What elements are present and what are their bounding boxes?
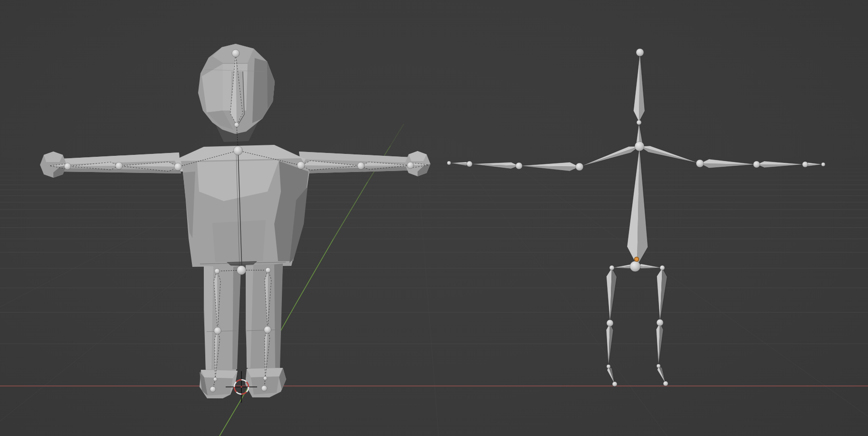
- joint-elbow-right[interactable]: [358, 162, 365, 170]
- joint-hip-root[interactable]: [630, 261, 640, 272]
- joint-ankle-left[interactable]: [607, 365, 610, 368]
- bone-upperarm-right[interactable]: [700, 159, 757, 168]
- joint-chest[interactable]: [234, 146, 243, 155]
- mesh-facet-boot-left-top[interactable]: [201, 370, 238, 378]
- joint-hand-tip-left[interactable]: [447, 161, 451, 165]
- mesh-facet-boot-right-top[interactable]: [247, 368, 283, 377]
- joint-toe-right[interactable]: [663, 381, 668, 386]
- bone-forearm-right[interactable]: [757, 161, 805, 168]
- joint-ankle-right[interactable]: [263, 376, 267, 380]
- joint-elbow-right[interactable]: [753, 161, 760, 168]
- viewport-scene: [0, 0, 868, 436]
- mesh-facet-fist-left-top[interactable]: [44, 152, 63, 162]
- bone-clavicle-left[interactable]: [579, 146, 639, 167]
- joint-wrist-right[interactable]: [802, 162, 808, 167]
- joint-hip-root[interactable]: [237, 266, 246, 275]
- joint-elbow-left[interactable]: [116, 162, 123, 170]
- mesh-facet-head-right-darker[interactable]: [267, 61, 275, 109]
- joint-wrist-left[interactable]: [64, 163, 71, 170]
- bone-shin-right[interactable]: [656, 323, 663, 366]
- bone-foot-right[interactable]: [657, 366, 666, 384]
- mesh-facet-leg-left-inner-shade[interactable]: [232, 266, 241, 369]
- bone-head[interactable]: [633, 52, 645, 122]
- joint-wrist-right[interactable]: [407, 162, 414, 169]
- floor-grid: [0, 160, 868, 436]
- bone-face: [639, 146, 700, 163]
- cursor-center-dot: [240, 386, 242, 387]
- armature-object[interactable]: [447, 49, 825, 386]
- mesh-facet-boot-left-front[interactable]: [204, 377, 233, 395]
- joint-hand-tip-right[interactable]: [821, 162, 825, 166]
- joint-head-tip[interactable]: [232, 50, 239, 57]
- joint-hip-right[interactable]: [660, 265, 665, 270]
- 3d-viewport[interactable]: [0, 0, 868, 436]
- joint-hip-left[interactable]: [609, 265, 614, 270]
- joint-toe-right[interactable]: [261, 385, 267, 391]
- grid-line-receding: [418, 163, 439, 436]
- joint-knee-left[interactable]: [214, 327, 221, 335]
- bone-clavicle-right[interactable]: [639, 146, 700, 163]
- mesh-facet-fist-right-top[interactable]: [409, 151, 427, 161]
- joint-knee-left[interactable]: [607, 320, 613, 326]
- joint-neck[interactable]: [637, 120, 641, 125]
- y-axis-line: [295, 239, 333, 305]
- joint-neck[interactable]: [234, 122, 239, 127]
- joint-knee-right[interactable]: [264, 326, 271, 334]
- mesh-facet-leg-right-outer-shade[interactable]: [274, 264, 283, 368]
- joint-ankle-left[interactable]: [213, 377, 217, 381]
- joint-hip-left[interactable]: [215, 269, 220, 274]
- grid-line-receding: [512, 163, 868, 436]
- joint-head-tip[interactable]: [636, 49, 644, 56]
- bone-thigh-right[interactable]: [657, 268, 667, 323]
- bone-hipbone-right[interactable]: [637, 264, 662, 269]
- joint-shoulder-right[interactable]: [696, 160, 704, 167]
- joint-toe-left[interactable]: [612, 382, 617, 386]
- bone-spine[interactable]: [627, 146, 648, 266]
- joint-hip-right[interactable]: [266, 268, 271, 273]
- y-axis-line: [390, 124, 404, 146]
- bone-face: [639, 52, 645, 122]
- bone-foot-left[interactable]: [607, 366, 615, 384]
- joint-toe-left[interactable]: [210, 386, 216, 392]
- joint-shoulder-right[interactable]: [297, 162, 305, 169]
- bone-shin-left[interactable]: [606, 323, 613, 366]
- y-axis-line: [333, 182, 368, 239]
- joint-ankle-right[interactable]: [657, 364, 660, 368]
- joint-shoulder-left[interactable]: [576, 163, 583, 171]
- joint-wrist-left[interactable]: [467, 161, 472, 167]
- joint-knee-right[interactable]: [657, 319, 663, 326]
- joint-elbow-left[interactable]: [516, 162, 522, 169]
- joint-chest[interactable]: [635, 142, 644, 151]
- bone-thigh-left[interactable]: [606, 268, 617, 323]
- joint-shoulder-left[interactable]: [174, 163, 182, 171]
- bone-upperarm-left[interactable]: [519, 162, 579, 171]
- object-origin-dot[interactable]: [635, 257, 639, 262]
